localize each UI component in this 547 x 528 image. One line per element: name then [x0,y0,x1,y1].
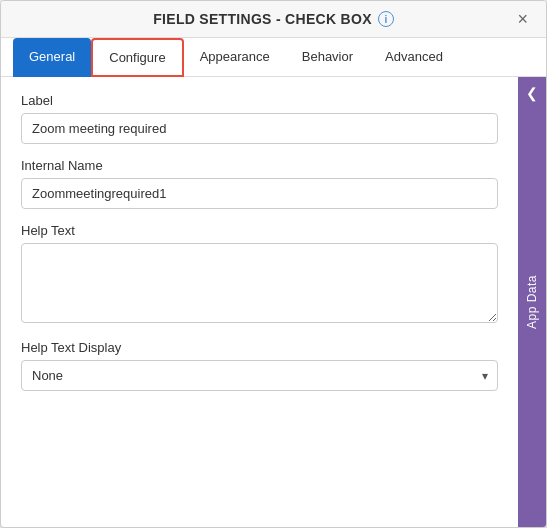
help-text-display-wrapper: None Tooltip Inline Modal ▾ [21,360,498,391]
close-button[interactable]: × [513,8,532,30]
internal-name-input[interactable] [21,178,498,209]
app-data-label: App Data [525,275,539,329]
main-panel: Label Internal Name Help Text Help Text … [1,77,518,527]
label-input[interactable] [21,113,498,144]
info-icon[interactable]: i [378,11,394,27]
internal-name-label: Internal Name [21,158,498,173]
modal-title: FIELD SETTINGS - CHECK BOX [153,11,372,27]
app-data-panel[interactable]: ❮ App Data [518,77,546,527]
help-text-display-select[interactable]: None Tooltip Inline Modal [21,360,498,391]
help-text-field-group: Help Text [21,223,498,326]
label-field-group: Label [21,93,498,144]
modal-container: FIELD SETTINGS - CHECK BOX i × General C… [0,0,547,528]
help-text-label: Help Text [21,223,498,238]
help-text-input[interactable] [21,243,498,323]
tab-advanced[interactable]: Advanced [369,38,459,76]
content-area: Label Internal Name Help Text Help Text … [1,77,546,527]
internal-name-field-group: Internal Name [21,158,498,209]
tab-general[interactable]: General [13,38,91,77]
tab-behavior[interactable]: Behavior [286,38,369,76]
tabs-bar: General Configure Appearance Behavior Ad… [1,38,546,77]
side-chevron-icon: ❮ [526,85,538,101]
modal-header: FIELD SETTINGS - CHECK BOX i × [1,1,546,38]
label-field-label: Label [21,93,498,108]
tab-configure[interactable]: Configure [91,38,183,77]
tab-appearance[interactable]: Appearance [184,38,286,76]
help-text-display-label: Help Text Display [21,340,498,355]
help-text-display-field-group: Help Text Display None Tooltip Inline Mo… [21,340,498,391]
